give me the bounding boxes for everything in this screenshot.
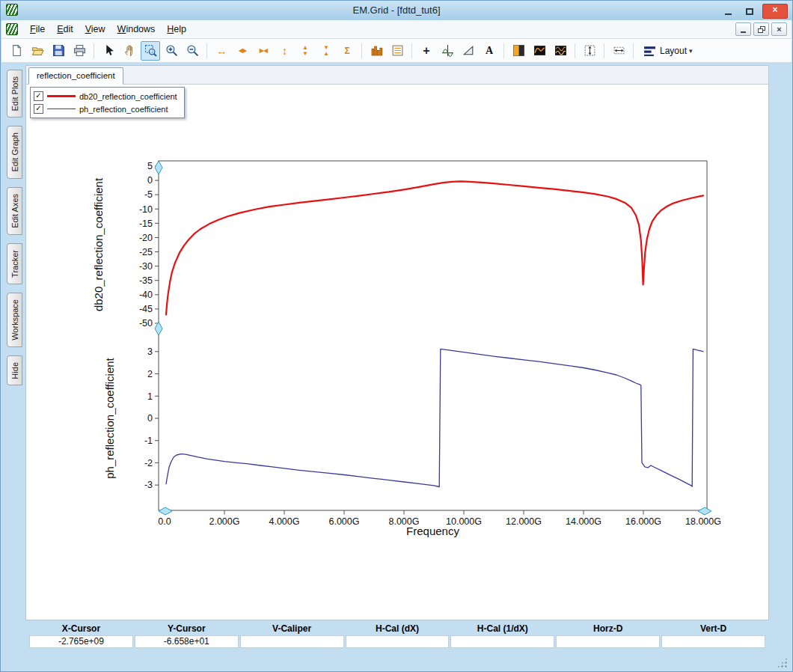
child-close-icon: × xyxy=(777,25,781,34)
plot-area[interactable]: 50-5-10-15-20-25-30-35-40-45-50db20_refl… xyxy=(26,66,770,621)
y-full-scale-button[interactable]: ↕ xyxy=(275,41,294,61)
layout-menu-label: Layout xyxy=(660,46,687,56)
toolbar-separator xyxy=(361,43,362,58)
y-tick-label: 0 xyxy=(147,413,153,424)
x-full-scale-button[interactable]: ↔ xyxy=(212,41,231,61)
app-window: EM.Grid - [fdtd_tut6] × FileEditViewWind… xyxy=(0,0,793,672)
data-list-button[interactable] xyxy=(388,41,407,61)
sidebar-tab-hide[interactable]: Hide xyxy=(7,355,22,386)
save-button[interactable] xyxy=(49,41,68,61)
cursor-readout-table: X-CursorY-CursorV-CaliperH-Cal (dX)H-Cal… xyxy=(29,623,765,648)
x-tick-label: 6.000G xyxy=(328,516,359,527)
menu-item-file[interactable]: File xyxy=(24,22,51,37)
legend-checkbox[interactable]: ✓ xyxy=(34,91,43,101)
menu-item-edit[interactable]: Edit xyxy=(51,22,79,37)
sidebar-tab-tracker[interactable]: Tracker xyxy=(7,243,22,284)
legend-entry-ph-reflection-coefficient: ✓ph_reflection_coefficient xyxy=(34,103,177,115)
sidebar-tab-edit-axes[interactable]: Edit Axes xyxy=(7,187,22,235)
x-tick-label: 0.0 xyxy=(158,516,171,527)
legend-line-sample xyxy=(47,95,76,97)
new-file-button[interactable] xyxy=(7,41,26,61)
child-minimize-button[interactable] xyxy=(735,22,751,36)
sidebar-tabs: Edit PlotsEdit GraphEdit AxesTrackerWork… xyxy=(7,70,22,385)
layout-menu-button[interactable]: Layout▾ xyxy=(638,41,698,61)
text-annotation-button[interactable]: A xyxy=(480,41,499,61)
document-app-icon xyxy=(6,23,18,35)
x-axis-title: Frequency xyxy=(406,525,459,537)
readout-header-vert-d: Vert-D xyxy=(661,623,765,635)
toolbar-separator xyxy=(575,43,575,58)
toolbar-separator xyxy=(94,43,94,58)
y-tick-label: -25 xyxy=(139,247,153,257)
y-zoom-out-button[interactable]: ▼▲ xyxy=(316,41,336,61)
x-tick-label: 12.000G xyxy=(506,516,542,527)
x-zoom-in-button[interactable]: ◀▶ xyxy=(233,41,252,61)
vertical-caliper-button[interactable] xyxy=(580,41,599,61)
close-button[interactable]: × xyxy=(762,4,788,19)
y-tick-label: -45 xyxy=(139,304,153,314)
chevron-down-icon: ▾ xyxy=(689,47,693,55)
autoscale-button[interactable]: Σ xyxy=(337,41,357,61)
print-button[interactable] xyxy=(70,41,89,61)
invert-colors-button[interactable] xyxy=(509,41,528,61)
y-tick-label: -20 xyxy=(139,233,153,243)
legend-checkbox[interactable]: ✓ xyxy=(34,104,43,114)
legend-label: ph_reflection_coefficient xyxy=(79,105,168,114)
y-tick-label: -3 xyxy=(144,480,153,490)
histogram-view-button[interactable] xyxy=(367,41,386,61)
minimize-icon xyxy=(725,13,732,15)
menu-items: FileEditViewWindowsHelp xyxy=(24,22,192,37)
dual-trace-button[interactable] xyxy=(551,41,570,61)
resize-grip[interactable] xyxy=(777,657,788,668)
x-zoom-out-button[interactable]: ▶◀ xyxy=(254,41,273,61)
sidebar-tab-workspace[interactable]: Workspace xyxy=(7,293,22,347)
y-zoom-in-button[interactable]: ▲▼ xyxy=(296,41,315,61)
y-tick-label: -5 xyxy=(144,189,153,200)
readout-header-h-cal-1-dx: H-Cal (1/dX) xyxy=(450,623,554,635)
readout-header-y-cursor: Y-Cursor xyxy=(135,623,239,635)
y-tick-label: -10 xyxy=(139,204,153,215)
readout-header-x-cursor: X-Cursor xyxy=(29,623,133,635)
readout-value-horz-d xyxy=(556,635,660,648)
maximize-button[interactable] xyxy=(741,4,759,18)
fft-view-button[interactable] xyxy=(530,41,549,61)
y-tick-label: 5 xyxy=(147,161,153,171)
y-tick-label: 2 xyxy=(147,369,153,379)
readout-header-horz-d: Horz-D xyxy=(556,623,660,635)
y-tick-label: 0 xyxy=(147,175,153,186)
readout-value-h-cal-dx xyxy=(346,635,450,648)
menubar: FileEditViewWindowsHelp × xyxy=(1,20,792,39)
y-axis-title: db20_reflection_coefficient xyxy=(92,177,105,311)
zoom-window-button[interactable] xyxy=(141,41,160,61)
child-window-controls: × xyxy=(733,22,787,36)
menu-item-view[interactable]: View xyxy=(79,22,111,37)
sidebar-tab-edit-graph[interactable]: Edit Graph xyxy=(7,126,22,179)
zoom-out-button[interactable] xyxy=(183,41,202,61)
legend-line-sample xyxy=(47,109,76,109)
child-close-button[interactable]: × xyxy=(771,22,787,36)
toolbar-separator xyxy=(206,43,207,58)
minimize-button[interactable] xyxy=(719,4,737,18)
readout-value-y-cursor: -6.658e+01 xyxy=(135,635,239,648)
y-tick-label: -1 xyxy=(144,436,153,446)
pan-button[interactable] xyxy=(120,41,139,61)
sidebar-tab-label: Edit Plots xyxy=(9,70,21,117)
sidebar-tab-edit-plots[interactable]: Edit Plots xyxy=(7,70,22,117)
horizontal-caliper-button[interactable] xyxy=(609,41,628,61)
menu-item-help[interactable]: Help xyxy=(161,22,192,37)
x-tick-label: 4.000G xyxy=(269,516,299,527)
slope-marker-button[interactable] xyxy=(459,41,478,61)
axes-marker-button[interactable] xyxy=(438,41,457,61)
menu-item-windows[interactable]: Windows xyxy=(111,22,162,37)
y-tick-label: -40 xyxy=(139,290,153,300)
crosshair-tracker-button[interactable]: + xyxy=(417,41,436,61)
sidebar-tab-label: Workspace xyxy=(9,293,21,346)
y-tick-label: 3 xyxy=(147,346,153,357)
zoom-in-button[interactable] xyxy=(162,41,181,61)
child-minimize-icon xyxy=(741,31,746,33)
readout-value-x-cursor: -2.765e+09 xyxy=(29,635,133,648)
select-cursor-button[interactable] xyxy=(99,41,118,61)
tab-reflection-coefficient[interactable]: reflection_coefficient xyxy=(28,67,123,85)
child-restore-button[interactable] xyxy=(753,22,769,36)
open-file-button[interactable] xyxy=(28,41,47,61)
